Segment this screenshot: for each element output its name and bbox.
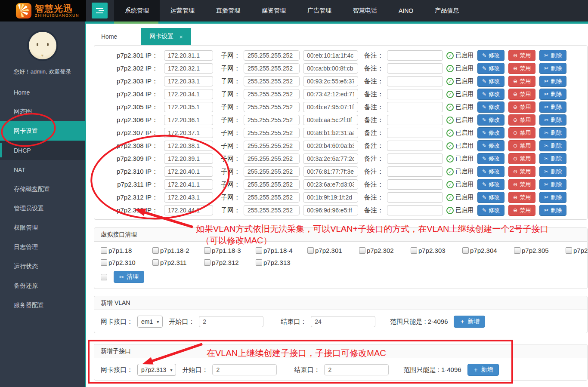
remark-input[interactable] (387, 192, 443, 203)
sidebar-item[interactable]: 运行状态 (0, 257, 85, 276)
sidebar-item[interactable]: 备份还原 (0, 276, 85, 295)
select-all-checkbox[interactable] (101, 274, 107, 280)
edit-button[interactable]: ✎修改 (477, 50, 504, 61)
delete-button[interactable]: ✂删除 (539, 192, 566, 203)
remark-input[interactable] (387, 179, 443, 190)
remark-input[interactable] (387, 154, 443, 164)
edit-button[interactable]: ✎修改 (477, 166, 504, 177)
ip-input[interactable] (164, 192, 213, 203)
subnet-input[interactable] (244, 115, 300, 125)
edit-button[interactable]: ✎修改 (477, 89, 504, 100)
mac-input[interactable] (303, 154, 358, 164)
vif-checkbox-item[interactable]: p7p1.18 (101, 247, 152, 254)
subnet-input[interactable] (244, 76, 300, 86)
edit-button[interactable]: ✎修改 (477, 63, 504, 74)
nav-item[interactable]: 直播管理 (205, 0, 251, 22)
mac-input[interactable] (303, 192, 358, 203)
remark-input[interactable] (387, 205, 443, 215)
delete-button[interactable]: ✂删除 (539, 140, 566, 151)
disable-button[interactable]: ⊖禁用 (508, 192, 535, 203)
mac-input[interactable] (303, 166, 358, 177)
remark-input[interactable] (387, 50, 443, 61)
start-port-input[interactable] (199, 316, 263, 327)
remark-input[interactable] (387, 89, 443, 99)
sidebar-item[interactable]: NAT (0, 160, 85, 179)
vif-checkbox-item[interactable]: p7p2.310 (101, 259, 152, 266)
ip-input[interactable] (164, 205, 213, 215)
ip-input[interactable] (164, 128, 213, 138)
end-port-input[interactable] (324, 364, 389, 375)
add-subif-button[interactable]: ＋ 新增 (467, 364, 499, 376)
sidebar-item[interactable]: Home (0, 83, 85, 102)
ip-input[interactable] (164, 141, 213, 151)
edit-button[interactable]: ✎修改 (477, 76, 504, 87)
checkbox-icon[interactable] (307, 247, 314, 254)
tab-nic-settings[interactable]: 网卡设置 × (141, 28, 191, 45)
vif-checkbox-item[interactable]: p7p2.304 (462, 247, 514, 254)
ip-input[interactable] (164, 102, 213, 112)
disable-button[interactable]: ⊖禁用 (508, 140, 535, 151)
delete-button[interactable]: ✂删除 (539, 205, 566, 216)
disable-button[interactable]: ⊖禁用 (508, 89, 535, 100)
checkbox-icon[interactable] (204, 259, 210, 266)
checkbox-icon[interactable] (204, 247, 210, 254)
checkbox-icon[interactable] (411, 247, 417, 254)
sidebar-item[interactable]: 存储磁盘配置 (0, 179, 85, 199)
subnet-input[interactable] (244, 166, 300, 177)
sidebar-item[interactable]: 权限管理 (0, 218, 85, 237)
nav-item[interactable]: 广告管理 (297, 0, 342, 22)
clean-button[interactable]: ✂ 清理 (114, 271, 144, 283)
vif-checkbox-item[interactable]: p7p2.303 (411, 247, 462, 254)
checkbox-icon[interactable] (462, 247, 469, 254)
disable-button[interactable]: ⊖禁用 (508, 127, 535, 138)
mac-input[interactable] (303, 179, 358, 190)
disable-button[interactable]: ⊖禁用 (508, 166, 535, 177)
sidebar-item[interactable]: 服务器配置 (0, 295, 85, 315)
remark-input[interactable] (387, 102, 443, 112)
end-port-input[interactable] (311, 316, 375, 327)
subnet-input[interactable] (244, 63, 300, 74)
checkbox-icon[interactable] (256, 259, 262, 266)
vif-checkbox-item[interactable]: p7p2.302 (359, 247, 411, 254)
nav-item[interactable]: 系统管理 (114, 0, 160, 22)
remark-input[interactable] (387, 63, 443, 74)
nav-item[interactable]: 产品信息 (424, 0, 470, 22)
disable-button[interactable]: ⊖禁用 (508, 114, 535, 126)
disable-button[interactable]: ⊖禁用 (508, 101, 535, 113)
checkbox-icon[interactable] (101, 247, 107, 254)
delete-button[interactable]: ✂删除 (539, 179, 566, 190)
remark-input[interactable] (387, 128, 443, 138)
disable-button[interactable]: ⊖禁用 (508, 50, 535, 61)
edit-button[interactable]: ✎修改 (477, 140, 504, 151)
delete-button[interactable]: ✂删除 (539, 89, 566, 100)
mac-input[interactable] (303, 205, 358, 215)
subnet-input[interactable] (244, 50, 300, 61)
delete-button[interactable]: ✂删除 (539, 63, 566, 74)
disable-button[interactable]: ⊖禁用 (508, 179, 535, 190)
ip-input[interactable] (164, 179, 213, 190)
delete-button[interactable]: ✂删除 (539, 101, 566, 113)
vif-checkbox-item[interactable]: p7p2. (566, 247, 588, 254)
edit-button[interactable]: ✎修改 (477, 192, 504, 203)
nav-item[interactable]: 媒资管理 (251, 0, 297, 22)
ip-input[interactable] (164, 76, 213, 86)
subnet-input[interactable] (244, 102, 300, 112)
remark-input[interactable] (387, 76, 443, 86)
vif-checkbox-item[interactable]: p7p2.305 (514, 247, 566, 254)
delete-button[interactable]: ✂删除 (539, 114, 566, 126)
checkbox-icon[interactable] (566, 247, 572, 254)
nav-item[interactable]: 运营管理 (160, 0, 205, 22)
subnet-input[interactable] (244, 89, 300, 99)
ip-input[interactable] (164, 89, 213, 99)
delete-button[interactable]: ✂删除 (539, 127, 566, 138)
checkbox-icon[interactable] (152, 247, 159, 254)
vif-checkbox-item[interactable]: p7p2.313 (256, 259, 307, 266)
subnet-input[interactable] (244, 154, 300, 164)
sidebar-item[interactable]: 日志管理 (0, 237, 85, 257)
mac-input[interactable] (303, 128, 358, 138)
sidebar-item[interactable]: 管理员设置 (0, 199, 85, 218)
edit-button[interactable]: ✎修改 (477, 101, 504, 113)
vif-checkbox-item[interactable]: p7p1.18-3 (204, 247, 256, 254)
add-vlan-button[interactable]: ＋ 新增 (454, 316, 485, 328)
start-port-input[interactable] (212, 364, 277, 375)
